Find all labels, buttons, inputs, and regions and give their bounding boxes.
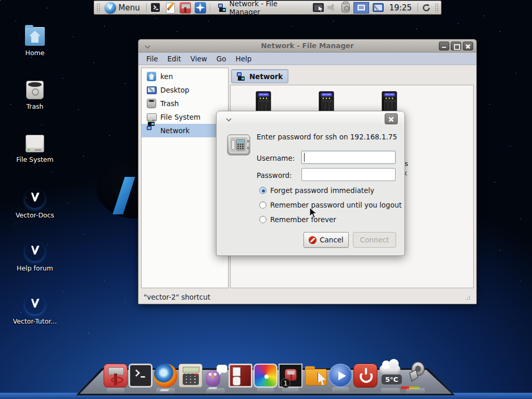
dialog-close-button[interactable]: [385, 113, 398, 124]
home-icon: [147, 72, 156, 81]
vector-logo-icon: [105, 2, 116, 14]
dock: 1 5°C: [104, 364, 427, 388]
trash-icon: [147, 99, 156, 108]
menu-view[interactable]: View: [186, 54, 212, 64]
dock-shutdown[interactable]: [353, 364, 377, 388]
desktop-icon-help-forum[interactable]: Help forum: [6, 241, 64, 272]
speaker-icon: [406, 362, 426, 384]
panel-drag-handle[interactable]: [435, 3, 439, 12]
desktop-icon-trash[interactable]: Trash: [6, 81, 64, 110]
menu-help[interactable]: Help: [231, 54, 257, 64]
desktop-icon-label: Home: [26, 49, 45, 57]
window-menu-icon[interactable]: [226, 117, 232, 121]
trash-applet-icon[interactable]: [341, 3, 350, 12]
wallpaper-stars: [0, 0, 1, 1]
desktop-icon-label: Vector-Tutor...: [13, 317, 57, 325]
radio-forget-immediately[interactable]: Forget password immediately: [259, 186, 374, 195]
sidebar-item-trash[interactable]: Trash: [142, 97, 228, 110]
home-folder-icon: [25, 27, 45, 46]
status-text: "vector-2" shortcut: [144, 293, 210, 301]
sidebar-item-network[interactable]: Network: [142, 124, 228, 137]
trash-icon: [26, 81, 44, 99]
desktop-icon-file-system[interactable]: File System: [6, 135, 64, 163]
desktop-icon-label: Vector-Docs: [16, 211, 54, 219]
taskbar-window-button[interactable]: Network - File Manager: [214, 0, 310, 17]
dock-document-viewer[interactable]: [229, 364, 252, 388]
dock-firefox[interactable]: [154, 364, 178, 388]
path-button-label: Network: [249, 72, 283, 81]
dock-weather[interactable]: 5°C: [378, 364, 402, 388]
cloud-icon: [379, 365, 400, 374]
cancel-label: Cancel: [320, 236, 344, 244]
desktop-icon-label: File System: [16, 156, 54, 163]
resize-grip[interactable]: [464, 294, 471, 301]
ssh-password-dialog: Enter password for ssh on 192.168.1.75 U…: [216, 111, 405, 256]
sidebar-item-desktop[interactable]: Desktop: [142, 83, 228, 97]
panel-separator: [209, 3, 211, 12]
cancel-icon: [309, 236, 316, 244]
desktop-icon-home[interactable]: Home: [6, 27, 64, 57]
dock-image-viewer[interactable]: [254, 364, 277, 388]
minimize-button[interactable]: [439, 42, 449, 50]
cancel-button[interactable]: Cancel: [303, 232, 349, 248]
window-title: Network - File Manager: [138, 42, 476, 50]
path-button-network[interactable]: Network: [231, 69, 288, 83]
dialog-titlebar[interactable]: [217, 111, 404, 125]
menu-label: Menu: [119, 3, 140, 12]
system-tray: 19:25: [313, 2, 439, 14]
radio-icon: [259, 201, 267, 209]
username-input[interactable]: [301, 151, 396, 164]
sidebar-item-label: ken: [160, 72, 173, 81]
sidebar: ken Desktop Trash File System Network: [141, 68, 229, 288]
dock-volume[interactable]: [403, 364, 427, 388]
network-icon: [237, 72, 246, 81]
password-label: Password:: [257, 171, 292, 179]
refresh-icon[interactable]: [422, 3, 431, 12]
radio-label: Remember password until you logout: [270, 201, 402, 209]
radio-icon: [259, 216, 267, 223]
launcher-text-editor[interactable]: [164, 2, 176, 14]
menu-go[interactable]: Go: [212, 54, 231, 64]
maximize-button[interactable]: [451, 42, 461, 50]
desktop-icon-label: Trash: [26, 102, 43, 110]
dock-media-player[interactable]: [328, 364, 352, 388]
window-titlebar[interactable]: Network - File Manager: [138, 40, 476, 53]
radio-selected-icon: [259, 187, 267, 194]
text-caret: [304, 153, 305, 162]
sidebar-item-label: Network: [160, 126, 189, 135]
connect-button[interactable]: Connect: [353, 232, 396, 248]
launcher-terminal[interactable]: [150, 2, 162, 14]
desktop-settings-icon[interactable]: [373, 3, 384, 12]
network-device-item[interactable]: [358, 91, 420, 113]
top-panel: Menu Network - File Manager 19:25: [94, 1, 441, 15]
vector-globe-icon: [25, 188, 45, 208]
clock: 19:25: [387, 3, 414, 12]
radio-remember-forever[interactable]: Remember forever: [259, 215, 336, 224]
launcher-vl-control[interactable]: [194, 2, 206, 14]
panel-drag-handle[interactable]: [96, 3, 100, 12]
dock-package-manager[interactable]: [104, 364, 128, 388]
desktop-icon-vector-docs[interactable]: Vector-Docs: [6, 188, 64, 219]
close-button[interactable]: [463, 42, 473, 50]
dialog-message: Enter password for ssh on 192.168.1.75: [257, 133, 397, 141]
workspace-switcher[interactable]: [353, 2, 369, 14]
desktop-icon-vector-tutorial[interactable]: Vector-Tutor...: [6, 294, 64, 325]
dock-terminal[interactable]: [129, 364, 153, 388]
password-input[interactable]: [301, 168, 396, 181]
audio-muted-icon[interactable]: [327, 3, 338, 12]
radio-remember-until-logout[interactable]: Remember password until you logout: [259, 201, 402, 209]
menu-file[interactable]: File: [142, 54, 163, 64]
dock-pidgin[interactable]: [204, 364, 227, 388]
dock-window-preview[interactable]: 1: [278, 364, 302, 388]
network-device-item[interactable]: [295, 91, 357, 113]
dock-file-manager[interactable]: [303, 364, 327, 388]
menu-button[interactable]: Menu: [104, 2, 143, 14]
menu-edit[interactable]: Edit: [163, 54, 186, 64]
radio-label: Forget password immediately: [270, 186, 374, 195]
vector-globe-icon: [25, 294, 45, 314]
sidebar-item-ken[interactable]: ken: [142, 70, 228, 83]
dock-calculator[interactable]: [179, 364, 202, 388]
display-settings-icon[interactable]: [313, 3, 324, 12]
launcher-package-manager[interactable]: [180, 2, 192, 14]
network-device-item[interactable]: [232, 91, 294, 113]
